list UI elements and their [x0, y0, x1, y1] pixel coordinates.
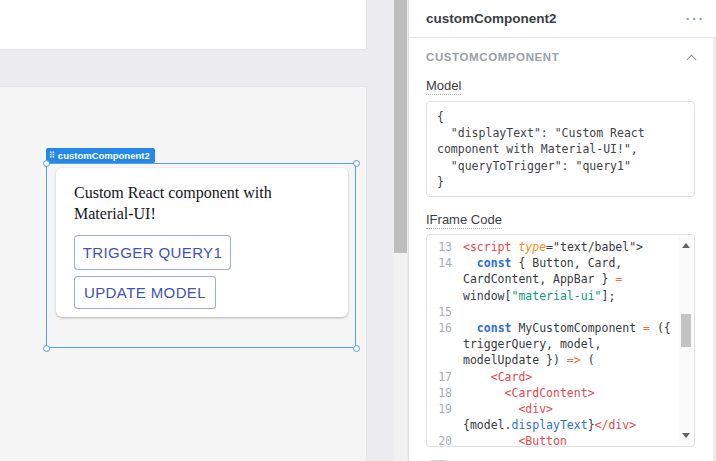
code-text: <Button [463, 434, 567, 447]
custom-component-card[interactable]: Custom React component with Material-UI!… [56, 168, 348, 317]
line-number: 19 [427, 402, 463, 418]
code-line: 14 const { Button, Card, [427, 256, 694, 272]
code-line: CardContent, AppBar } = [427, 272, 694, 288]
code-line: 13<script type="text/babel"> [427, 240, 694, 256]
code-scrollbar-thumb[interactable] [681, 314, 691, 347]
code-line: 20 <Button [427, 434, 694, 447]
line-number: 18 [427, 386, 463, 402]
code-text: <Card> [463, 370, 532, 386]
line-number [427, 353, 463, 369]
line-number [427, 337, 463, 353]
inspector-panel: customComponent2 ··· CUSTOMCOMPONENT Mod… [408, 0, 716, 461]
code-text: const MyCustomComponent = ({ [463, 321, 671, 337]
scroll-down-icon[interactable] [682, 433, 690, 438]
trigger-query-button[interactable]: TRIGGER QUERY1 [74, 235, 231, 270]
iframe-code-editor[interactable]: 13<script type="text/babel">14 const { B… [426, 234, 695, 447]
selected-component-name: customComponent2 [58, 150, 150, 161]
iframe-code-label: IFrame Code [426, 212, 502, 229]
section-header[interactable]: CUSTOMCOMPONENT [426, 51, 695, 63]
selection-handle-bottom-left[interactable] [43, 345, 50, 352]
code-line: modelUpdate }) => ( [427, 353, 694, 369]
card-display-text: Custom React component with Material-UI! [74, 182, 330, 224]
selection-handle-top-left[interactable] [43, 160, 50, 167]
selection-handle-bottom-right[interactable] [353, 345, 360, 352]
code-text: <div> [463, 402, 553, 418]
canvas-frame-top [0, 0, 367, 50]
scroll-up-icon[interactable] [682, 243, 690, 248]
code-text: triggerQuery, model, [463, 337, 601, 353]
line-number: 14 [427, 256, 463, 272]
canvas-scrollbar[interactable] [394, 0, 407, 461]
line-number: 17 [427, 370, 463, 386]
code-text: CardContent, AppBar } = [463, 272, 622, 288]
line-number: 20 [427, 434, 463, 447]
code-line: {model.displayText}</div> [427, 418, 694, 434]
model-editor[interactable]: { "displayText": "Custom React component… [426, 101, 695, 197]
canvas-scrollbar-thumb[interactable] [394, 0, 407, 253]
code-text: <CardContent> [463, 386, 595, 402]
line-number: 13 [427, 240, 463, 256]
code-line: 15 [427, 305, 694, 321]
line-number: 16 [427, 321, 463, 337]
model-json: { "displayText": "Custom React component… [437, 109, 684, 190]
code-line: 17 <Card> [427, 370, 694, 386]
code-line: triggerQuery, model, [427, 337, 694, 353]
line-number: 15 [427, 305, 463, 321]
line-number [427, 289, 463, 305]
code-line: 19 <div> [427, 402, 694, 418]
code-line: 16 const MyCustomComponent = ({ [427, 321, 694, 337]
code-text: <script type="text/babel"> [463, 240, 643, 256]
model-label: Model [426, 78, 461, 95]
overflow-menu-icon[interactable]: ··· [686, 10, 706, 27]
code-line: window["material-ui"]; [427, 289, 694, 305]
code-text: const { Button, Card, [463, 256, 622, 272]
selection-handle-top-right[interactable] [353, 160, 360, 167]
code-text: {model.displayText}</div> [463, 418, 636, 434]
collapse-chevron-icon[interactable] [687, 54, 697, 64]
section-title: CUSTOMCOMPONENT [426, 51, 559, 63]
code-line: 18 <CardContent> [427, 386, 694, 402]
selected-component-tag[interactable]: ⠿ customComponent2 [46, 148, 155, 163]
inspector-header: customComponent2 ··· [409, 0, 716, 38]
code-text: modelUpdate }) => ( [463, 353, 595, 369]
code-text: window["material-ui"]; [463, 289, 615, 305]
drag-handle-icon: ⠿ [49, 152, 55, 160]
line-number [427, 418, 463, 434]
editor-canvas[interactable]: ⠿ customComponent2 Custom React componen… [0, 0, 408, 461]
inspector-title: customComponent2 [426, 11, 557, 26]
code-lines: 13<script type="text/babel">14 const { B… [427, 235, 694, 447]
update-model-button[interactable]: UPDATE MODEL [74, 276, 216, 309]
line-number [427, 272, 463, 288]
code-editor-scrollbar[interactable] [679, 236, 693, 445]
